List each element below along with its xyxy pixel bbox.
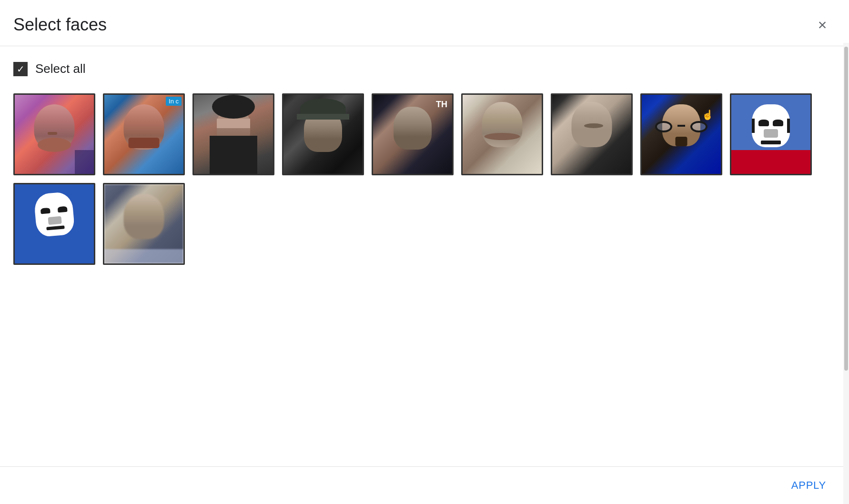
select-faces-dialog: Select faces × ✓ Select all [0,0,849,504]
scrollbar-track[interactable] [843,43,849,504]
face-item[interactable] [13,93,95,175]
stormtrooper-stripe-right [787,119,790,133]
dialog-content: ✓ Select all [0,46,849,466]
faces-grid: In c [13,93,839,265]
stormtrooper-helmet [752,104,790,147]
face-item[interactable] [13,183,95,265]
select-all-label: Select all [35,61,86,76]
dialog-footer: APPLY [0,466,849,504]
face-item[interactable] [103,183,185,265]
dialog-header: Select faces × [0,0,849,46]
select-all-checkbox-wrapper[interactable]: ✓ Select all [13,61,86,76]
stormtrooper-eye-right [773,120,783,126]
face-item[interactable]: In c [103,93,185,175]
select-all-checkbox[interactable]: ✓ [13,62,28,76]
face-item[interactable]: TH [372,93,454,175]
stormtrooper-nose [764,129,778,138]
checkbox-check-icon: ✓ [17,64,25,74]
face-item[interactable] [551,93,633,175]
face-item[interactable]: ☝ [640,93,722,175]
dialog-title: Select faces [13,15,107,35]
scrollbar-thumb[interactable] [844,47,848,371]
close-button[interactable]: × [811,13,834,36]
face-item[interactable] [282,93,364,175]
face-item[interactable] [192,93,274,175]
stormtrooper-mouth [761,141,781,144]
stormtrooper-stripe-left [752,119,755,133]
face-badge: In c [166,97,182,106]
face-item[interactable] [730,93,812,175]
apply-button[interactable]: APPLY [784,474,834,496]
select-all-row: ✓ Select all [13,58,839,80]
stormtrooper-eye-left [758,120,769,126]
face-item[interactable] [461,93,543,175]
